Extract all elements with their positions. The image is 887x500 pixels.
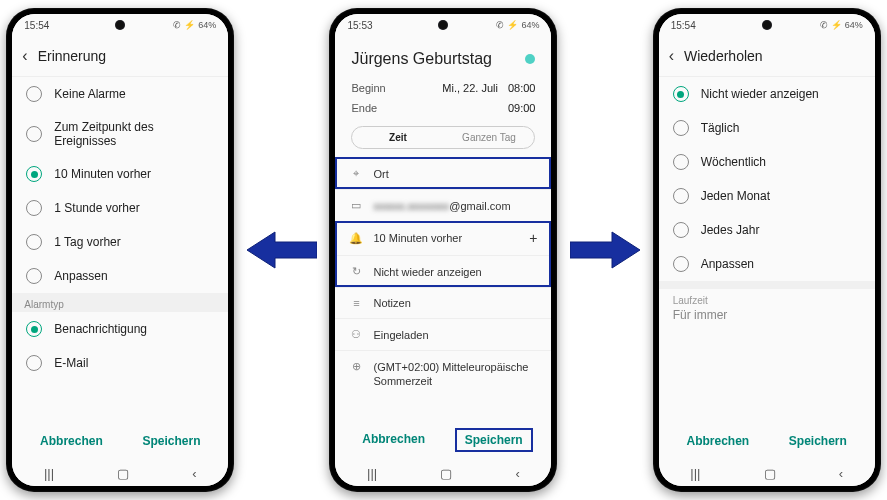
bell-icon: 🔔 bbox=[349, 232, 363, 245]
radio-icon bbox=[673, 222, 689, 238]
radio-icon bbox=[26, 355, 42, 371]
start-row[interactable]: Beginn Mi., 22. Juli08:00 bbox=[335, 78, 551, 98]
screen-right: 15:54 ✆⚡64% ‹ Wiederholen Nicht wieder a… bbox=[659, 14, 875, 486]
svg-marker-0 bbox=[247, 232, 317, 268]
location-row[interactable]: ⌖ Ort bbox=[335, 157, 551, 189]
reminder-row[interactable]: 🔔 10 Minuten vorher + bbox=[335, 221, 551, 255]
clock: 15:54 bbox=[671, 20, 696, 31]
duration-row[interactable]: Laufzeit Für immer bbox=[659, 289, 875, 328]
color-dot[interactable] bbox=[525, 54, 535, 64]
alarmtype-option[interactable]: E-Mail bbox=[12, 346, 228, 380]
footer: Abbrechen Speichern bbox=[335, 416, 551, 460]
statusbar: 15:53 ✆⚡64% bbox=[335, 14, 551, 36]
repeat-label: Nicht wieder anzeigen bbox=[701, 87, 819, 101]
page-title: Wiederholen bbox=[684, 48, 763, 64]
repeat-row[interactable]: ↻ Nicht wieder anzeigen bbox=[335, 255, 551, 287]
phone-right: 15:54 ✆⚡64% ‹ Wiederholen Nicht wieder a… bbox=[653, 8, 881, 492]
time-allday-toggle[interactable]: Zeit Ganzen Tag bbox=[351, 126, 535, 149]
reminder-option[interactable]: 10 Minuten vorher bbox=[12, 157, 228, 191]
alarmtype-label: Benachrichtigung bbox=[54, 322, 147, 336]
repeat-option[interactable]: Wöchentlich bbox=[659, 145, 875, 179]
reminder-option[interactable]: Anpassen bbox=[12, 259, 228, 293]
section-label: Alarmtyp bbox=[12, 293, 228, 312]
seg-time[interactable]: Zeit bbox=[352, 127, 443, 148]
alarmtype-option[interactable]: Benachrichtigung bbox=[12, 312, 228, 346]
nav-home-icon[interactable]: ▢ bbox=[440, 466, 452, 481]
radio-icon bbox=[26, 126, 42, 142]
clock: 15:53 bbox=[347, 20, 372, 31]
alarmtype-label: E-Mail bbox=[54, 356, 88, 370]
timezone-row[interactable]: ⊕ (GMT+02:00) Mitteleuropäische Sommerze… bbox=[335, 350, 551, 398]
radio-icon bbox=[673, 86, 689, 102]
nav-back-icon[interactable]: ‹ bbox=[192, 466, 196, 481]
save-button[interactable]: Speichern bbox=[134, 430, 208, 452]
reminder-option[interactable]: 1 Tag vorher bbox=[12, 225, 228, 259]
repeat-options: Nicht wieder anzeigenTäglichWöchentlichJ… bbox=[659, 77, 875, 418]
cancel-button[interactable]: Abbrechen bbox=[678, 430, 757, 452]
seg-allday[interactable]: Ganzen Tag bbox=[443, 127, 534, 148]
repeat-icon: ↻ bbox=[349, 265, 363, 278]
reminder-label: 10 Minuten vorher bbox=[373, 232, 462, 244]
reminder-label: Anpassen bbox=[54, 269, 107, 283]
event-editor: Jürgens Geburtstag Beginn Mi., 22. Juli0… bbox=[335, 36, 551, 416]
statusbar: 15:54 ✆⚡64% bbox=[12, 14, 228, 36]
reminder-label: Zum Zeitpunkt des Ereignisses bbox=[54, 120, 214, 148]
header: ‹ Wiederholen bbox=[659, 36, 875, 77]
repeat-option[interactable]: Täglich bbox=[659, 111, 875, 145]
radio-icon bbox=[26, 321, 42, 337]
nav-back-icon[interactable]: ‹ bbox=[516, 466, 520, 481]
repeat-option[interactable]: Jeden Monat bbox=[659, 179, 875, 213]
reminder-option[interactable]: Keine Alarme bbox=[12, 77, 228, 111]
nav-home-icon[interactable]: ▢ bbox=[117, 466, 129, 481]
navbar: ||| ▢ ‹ bbox=[12, 460, 228, 486]
save-button[interactable]: Speichern bbox=[781, 430, 855, 452]
reminder-label: 1 Stunde vorher bbox=[54, 201, 139, 215]
radio-icon bbox=[673, 188, 689, 204]
reminder-label: 1 Tag vorher bbox=[54, 235, 121, 249]
reminder-label: Keine Alarme bbox=[54, 87, 125, 101]
radio-icon bbox=[26, 200, 42, 216]
calendar-icon: ▭ bbox=[349, 199, 363, 212]
duration-value: Für immer bbox=[673, 306, 861, 322]
event-title-input[interactable]: Jürgens Geburtstag bbox=[351, 50, 492, 68]
footer: Abbrechen Speichern bbox=[12, 418, 228, 460]
status-icons: ✆⚡64% bbox=[496, 20, 539, 30]
invited-row[interactable]: ⚇ Eingeladen bbox=[335, 318, 551, 350]
reminder-option[interactable]: Zum Zeitpunkt des Ereignisses bbox=[12, 111, 228, 157]
notes-row[interactable]: ≡ Notizen bbox=[335, 287, 551, 318]
end-row[interactable]: Ende 09:00 bbox=[335, 98, 551, 118]
back-icon[interactable]: ‹ bbox=[669, 47, 674, 65]
arrow-right-icon bbox=[570, 230, 640, 270]
add-icon[interactable]: + bbox=[529, 230, 537, 246]
nav-recent-icon[interactable]: ||| bbox=[690, 466, 700, 481]
cancel-button[interactable]: Abbrechen bbox=[32, 430, 111, 452]
duration-label: Laufzeit bbox=[673, 295, 861, 306]
navbar: ||| ▢ ‹ bbox=[335, 460, 551, 486]
screen-left: 15:54 ✆⚡64% ‹ Erinnerung Keine AlarmeZum… bbox=[12, 14, 228, 486]
repeat-label: Jeden Monat bbox=[701, 189, 770, 203]
nav-home-icon[interactable]: ▢ bbox=[764, 466, 776, 481]
nav-recent-icon[interactable]: ||| bbox=[44, 466, 54, 481]
status-icons: ✆⚡64% bbox=[820, 20, 863, 30]
repeat-option[interactable]: Jedes Jahr bbox=[659, 213, 875, 247]
phone-left: 15:54 ✆⚡64% ‹ Erinnerung Keine AlarmeZum… bbox=[6, 8, 234, 492]
status-icons: ✆⚡64% bbox=[173, 20, 216, 30]
nav-recent-icon[interactable]: ||| bbox=[367, 466, 377, 481]
cancel-button[interactable]: Abbrechen bbox=[354, 428, 433, 452]
location-icon: ⌖ bbox=[349, 167, 363, 180]
clock: 15:54 bbox=[24, 20, 49, 31]
reminder-option[interactable]: 1 Stunde vorher bbox=[12, 191, 228, 225]
svg-marker-1 bbox=[570, 232, 640, 268]
save-button[interactable]: Speichern bbox=[455, 428, 533, 452]
radio-icon bbox=[26, 86, 42, 102]
nav-back-icon[interactable]: ‹ bbox=[839, 466, 843, 481]
repeat-label: Jedes Jahr bbox=[701, 223, 760, 237]
account-row[interactable]: ▭ xxxxxx.xxxxxxxx@gmail.com bbox=[335, 189, 551, 221]
back-icon[interactable]: ‹ bbox=[22, 47, 27, 65]
screen-middle: 15:53 ✆⚡64% Jürgens Geburtstag Beginn Mi… bbox=[335, 14, 551, 486]
footer: Abbrechen Speichern bbox=[659, 418, 875, 460]
repeat-option[interactable]: Nicht wieder anzeigen bbox=[659, 77, 875, 111]
repeat-option[interactable]: Anpassen bbox=[659, 247, 875, 281]
globe-icon: ⊕ bbox=[349, 360, 363, 373]
start-label: Beginn bbox=[351, 82, 385, 94]
